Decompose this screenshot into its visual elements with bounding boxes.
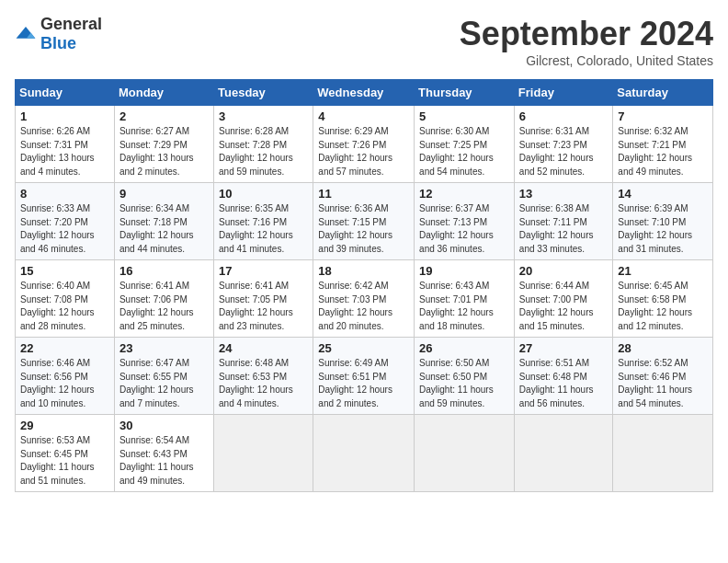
logo-blue: Blue	[40, 34, 76, 52]
table-row: 12 Sunrise: 6:37 AM Sunset: 7:13 PM Dayl…	[415, 183, 515, 260]
table-row: 26 Sunrise: 6:50 AM Sunset: 6:50 PM Dayl…	[415, 338, 515, 415]
day-info: Sunrise: 6:39 AM Sunset: 7:10 PM Dayligh…	[618, 202, 708, 256]
day-number: 25	[318, 341, 409, 355]
col-friday: Friday	[514, 80, 613, 106]
day-info: Sunrise: 6:43 AM Sunset: 7:01 PM Dayligh…	[419, 280, 509, 333]
day-number: 7	[618, 109, 708, 123]
title-area: September 2024 Gilcrest, Colorado, Unite…	[460, 15, 713, 68]
day-number: 14	[618, 187, 708, 201]
day-number: 10	[219, 187, 308, 201]
day-info: Sunrise: 6:50 AM Sunset: 6:50 PM Dayligh…	[419, 357, 509, 410]
col-wednesday: Wednesday	[313, 80, 415, 106]
table-row	[214, 415, 313, 492]
day-number: 27	[519, 341, 609, 355]
day-info: Sunrise: 6:38 AM Sunset: 7:11 PM Dayligh…	[519, 202, 609, 256]
day-number: 13	[519, 187, 609, 201]
day-number: 11	[318, 187, 409, 201]
col-saturday: Saturday	[613, 80, 713, 106]
day-number: 16	[119, 264, 209, 278]
day-info: Sunrise: 6:32 AM Sunset: 7:21 PM Dayligh…	[618, 125, 708, 178]
table-row: 22 Sunrise: 6:46 AM Sunset: 6:56 PM Dayl…	[16, 338, 115, 415]
day-info: Sunrise: 6:41 AM Sunset: 7:06 PM Dayligh…	[119, 280, 209, 333]
day-info: Sunrise: 6:40 AM Sunset: 7:08 PM Dayligh…	[20, 280, 109, 333]
table-row: 5 Sunrise: 6:30 AM Sunset: 7:25 PM Dayli…	[415, 106, 515, 183]
day-info: Sunrise: 6:49 AM Sunset: 6:51 PM Dayligh…	[318, 357, 409, 410]
day-number: 29	[20, 419, 109, 432]
table-row: 15 Sunrise: 6:40 AM Sunset: 7:08 PM Dayl…	[16, 260, 115, 338]
page-header: General Blue September 2024 Gilcrest, Co…	[15, 15, 713, 68]
day-info: Sunrise: 6:27 AM Sunset: 7:29 PM Dayligh…	[119, 125, 209, 178]
calendar-week-row: 29 Sunrise: 6:53 AM Sunset: 6:45 PM Dayl…	[16, 415, 713, 492]
table-row: 25 Sunrise: 6:49 AM Sunset: 6:51 PM Dayl…	[313, 338, 415, 415]
col-sunday: Sunday	[16, 80, 115, 106]
col-thursday: Thursday	[415, 80, 515, 106]
table-row: 6 Sunrise: 6:31 AM Sunset: 7:23 PM Dayli…	[514, 106, 613, 183]
table-row: 17 Sunrise: 6:41 AM Sunset: 7:05 PM Dayl…	[214, 260, 313, 338]
day-number: 3	[219, 109, 308, 123]
day-info: Sunrise: 6:52 AM Sunset: 6:46 PM Dayligh…	[618, 357, 708, 410]
col-monday: Monday	[114, 80, 213, 106]
logo: General Blue	[15, 15, 102, 53]
table-row: 8 Sunrise: 6:33 AM Sunset: 7:20 PM Dayli…	[16, 183, 115, 260]
table-row: 10 Sunrise: 6:35 AM Sunset: 7:16 PM Dayl…	[214, 183, 313, 260]
table-row: 20 Sunrise: 6:44 AM Sunset: 7:00 PM Dayl…	[514, 260, 613, 338]
day-number: 6	[519, 109, 609, 123]
table-row: 29 Sunrise: 6:53 AM Sunset: 6:45 PM Dayl…	[16, 415, 115, 492]
table-row: 7 Sunrise: 6:32 AM Sunset: 7:21 PM Dayli…	[613, 106, 713, 183]
table-row: 23 Sunrise: 6:47 AM Sunset: 6:55 PM Dayl…	[114, 338, 213, 415]
logo-icon	[15, 25, 37, 43]
table-row	[514, 415, 613, 492]
day-info: Sunrise: 6:26 AM Sunset: 7:31 PM Dayligh…	[20, 125, 109, 178]
table-row: 13 Sunrise: 6:38 AM Sunset: 7:11 PM Dayl…	[514, 183, 613, 260]
day-info: Sunrise: 6:54 AM Sunset: 6:43 PM Dayligh…	[119, 434, 209, 488]
day-number: 21	[618, 264, 708, 278]
day-info: Sunrise: 6:34 AM Sunset: 7:18 PM Dayligh…	[119, 202, 209, 256]
calendar-week-row: 8 Sunrise: 6:33 AM Sunset: 7:20 PM Dayli…	[16, 183, 713, 260]
day-number: 26	[419, 341, 509, 355]
day-number: 1	[20, 109, 109, 123]
table-row: 9 Sunrise: 6:34 AM Sunset: 7:18 PM Dayli…	[114, 183, 213, 260]
day-info: Sunrise: 6:44 AM Sunset: 7:00 PM Dayligh…	[519, 280, 609, 333]
day-number: 28	[618, 341, 708, 355]
day-info: Sunrise: 6:36 AM Sunset: 7:15 PM Dayligh…	[318, 202, 409, 256]
table-row	[415, 415, 515, 492]
day-number: 20	[519, 264, 609, 278]
calendar-week-row: 22 Sunrise: 6:46 AM Sunset: 6:56 PM Dayl…	[16, 338, 713, 415]
day-info: Sunrise: 6:46 AM Sunset: 6:56 PM Dayligh…	[20, 357, 109, 410]
month-title: September 2024	[460, 15, 713, 53]
day-number: 24	[219, 341, 308, 355]
day-info: Sunrise: 6:51 AM Sunset: 6:48 PM Dayligh…	[519, 357, 609, 410]
table-row: 24 Sunrise: 6:48 AM Sunset: 6:53 PM Dayl…	[214, 338, 313, 415]
day-info: Sunrise: 6:29 AM Sunset: 7:26 PM Dayligh…	[318, 125, 409, 178]
day-info: Sunrise: 6:31 AM Sunset: 7:23 PM Dayligh…	[519, 125, 609, 178]
calendar-week-row: 1 Sunrise: 6:26 AM Sunset: 7:31 PM Dayli…	[16, 106, 713, 183]
table-row: 16 Sunrise: 6:41 AM Sunset: 7:06 PM Dayl…	[114, 260, 213, 338]
day-info: Sunrise: 6:53 AM Sunset: 6:45 PM Dayligh…	[20, 434, 109, 488]
table-row: 4 Sunrise: 6:29 AM Sunset: 7:26 PM Dayli…	[313, 106, 415, 183]
table-row: 30 Sunrise: 6:54 AM Sunset: 6:43 PM Dayl…	[114, 415, 213, 492]
day-info: Sunrise: 6:30 AM Sunset: 7:25 PM Dayligh…	[419, 125, 509, 178]
day-number: 22	[20, 341, 109, 355]
day-number: 5	[419, 109, 509, 123]
day-number: 8	[20, 187, 109, 201]
day-info: Sunrise: 6:41 AM Sunset: 7:05 PM Dayligh…	[219, 280, 308, 333]
table-row: 18 Sunrise: 6:42 AM Sunset: 7:03 PM Dayl…	[313, 260, 415, 338]
table-row: 11 Sunrise: 6:36 AM Sunset: 7:15 PM Dayl…	[313, 183, 415, 260]
location-title: Gilcrest, Colorado, United States	[460, 53, 713, 68]
day-number: 18	[318, 264, 409, 278]
day-number: 12	[419, 187, 509, 201]
table-row: 21 Sunrise: 6:45 AM Sunset: 6:58 PM Dayl…	[613, 260, 713, 338]
day-info: Sunrise: 6:47 AM Sunset: 6:55 PM Dayligh…	[119, 357, 209, 410]
calendar-week-row: 15 Sunrise: 6:40 AM Sunset: 7:08 PM Dayl…	[16, 260, 713, 338]
col-tuesday: Tuesday	[214, 80, 313, 106]
day-number: 15	[20, 264, 109, 278]
day-info: Sunrise: 6:45 AM Sunset: 6:58 PM Dayligh…	[618, 280, 708, 333]
day-number: 19	[419, 264, 509, 278]
table-row	[313, 415, 415, 492]
day-number: 17	[219, 264, 308, 278]
logo-general: General	[40, 15, 102, 33]
table-row: 27 Sunrise: 6:51 AM Sunset: 6:48 PM Dayl…	[514, 338, 613, 415]
day-info: Sunrise: 6:35 AM Sunset: 7:16 PM Dayligh…	[219, 202, 308, 256]
day-info: Sunrise: 6:48 AM Sunset: 6:53 PM Dayligh…	[219, 357, 308, 410]
table-row: 28 Sunrise: 6:52 AM Sunset: 6:46 PM Dayl…	[613, 338, 713, 415]
